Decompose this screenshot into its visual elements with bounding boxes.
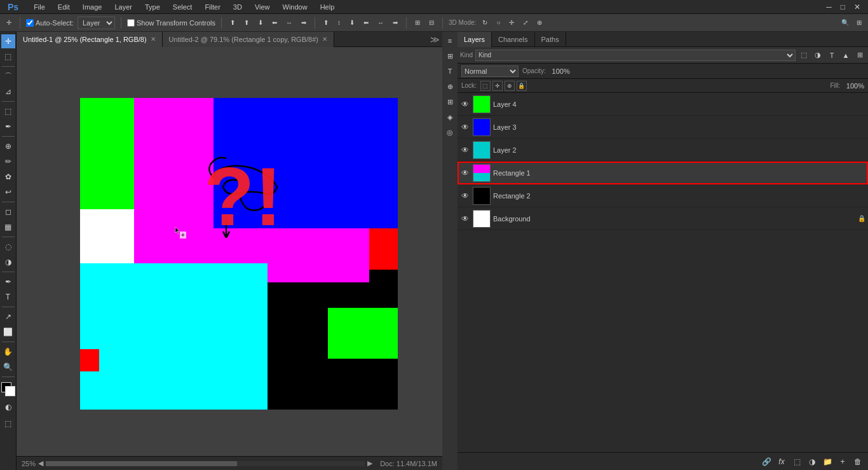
panel-icon-2[interactable]: ⊞: [444, 50, 456, 62]
layer-visibility-btn[interactable]: 👁: [460, 122, 470, 132]
menu-layer[interactable]: Layer: [112, 2, 135, 12]
opacity-value[interactable]: 100%: [550, 67, 570, 75]
panel-icon-6[interactable]: ◈: [444, 111, 456, 123]
clone-stamp[interactable]: ✿: [1, 170, 15, 184]
minimize-btn[interactable]: ─: [824, 1, 834, 13]
align-right-btn[interactable]: ➡: [299, 18, 309, 27]
lock-checkerboard[interactable]: ⬚: [480, 81, 491, 91]
fx-btn[interactable]: fx: [775, 455, 788, 468]
quick-mask-btn[interactable]: ◐: [1, 400, 15, 414]
hand-tool[interactable]: ✋: [1, 345, 15, 359]
move-options-btn[interactable]: ✛: [4, 18, 14, 27]
fg-bg-colors[interactable]: [1, 382, 15, 396]
tab-channels[interactable]: Channels: [492, 32, 534, 47]
move-tool[interactable]: ✛: [1, 34, 15, 48]
layers-list[interactable]: 👁Layer 4👁Layer 3👁Layer 2👁Rectangle 1👁Rec…: [458, 93, 868, 452]
layer-row[interactable]: 👁Rectangle 1: [458, 162, 868, 184]
delete-layer-btn[interactable]: 🗑: [851, 455, 864, 468]
scroll-right[interactable]: ▶: [365, 459, 375, 467]
align-bottom-btn[interactable]: ⬇: [255, 18, 266, 27]
auto-select-checkbox[interactable]: Auto-Select:: [26, 19, 74, 27]
quick-select-tool[interactable]: ⊿: [1, 85, 15, 99]
crop-tool[interactable]: ⬚: [1, 104, 15, 118]
text-tool[interactable]: T: [1, 290, 15, 304]
distribute-right-btn[interactable]: ➡: [390, 18, 400, 27]
layer-visibility-btn[interactable]: 👁: [460, 145, 470, 155]
align-horiz-center-btn[interactable]: ↔: [283, 18, 295, 27]
menu-image[interactable]: Image: [80, 2, 105, 12]
pen-tool[interactable]: ✒: [1, 275, 15, 289]
scroll-left[interactable]: ◀: [36, 459, 46, 467]
auto-select-type[interactable]: Layer Group: [78, 17, 115, 29]
tab-paths[interactable]: Paths: [535, 32, 566, 47]
distribute-top-btn[interactable]: ⬆: [321, 18, 331, 27]
menu-window[interactable]: Window: [280, 2, 310, 12]
adjustment-btn[interactable]: ◑: [806, 455, 818, 468]
history-brush[interactable]: ↩: [1, 185, 15, 199]
lock-all[interactable]: 🔒: [517, 81, 527, 91]
layer-row[interactable]: 👁Layer 4: [458, 93, 868, 116]
h-scrollbar-thumb[interactable]: [46, 461, 237, 466]
layer-visibility-btn[interactable]: 👁: [460, 191, 470, 201]
layer-row[interactable]: 👁Layer 3: [458, 116, 868, 139]
layer-visibility-btn[interactable]: 👁: [460, 168, 470, 178]
eraser-tool[interactable]: ◻: [1, 205, 15, 219]
maximize-btn[interactable]: □: [838, 1, 848, 13]
zoom-tool[interactable]: 🔍: [1, 360, 15, 374]
blur-tool[interactable]: ◌: [1, 240, 15, 254]
add-mask-btn[interactable]: ⬚: [790, 455, 803, 468]
new-layer-btn[interactable]: +: [836, 455, 849, 468]
layer-row[interactable]: 👁Rectangle 2: [458, 184, 868, 207]
dodge-tool[interactable]: ◑: [1, 255, 15, 269]
screen-mode-btn[interactable]: ⬚: [1, 417, 15, 431]
fill-value[interactable]: 100%: [844, 82, 864, 90]
show-transform-checkbox[interactable]: Show Transform Controls: [127, 19, 215, 27]
close-tab-2[interactable]: ✕: [322, 36, 327, 43]
layer-visibility-btn[interactable]: 👁: [460, 99, 470, 109]
shape-tool[interactable]: ⬜: [1, 325, 15, 339]
group-btn[interactable]: 📁: [821, 455, 834, 468]
auto-align-btn[interactable]: ⊞: [412, 18, 423, 27]
brush-tool[interactable]: ✏: [1, 155, 15, 169]
menu-filter[interactable]: Filter: [202, 2, 222, 12]
filter-shape-icon[interactable]: ▲: [840, 50, 851, 61]
3d-slide-btn[interactable]: ⤢: [520, 18, 531, 27]
auto-blend-btn[interactable]: ⊟: [426, 18, 437, 27]
panel-icon-7[interactable]: ◎: [444, 126, 456, 139]
gradient-tool[interactable]: ▦: [1, 220, 15, 234]
search-btn[interactable]: 🔍: [839, 18, 851, 27]
panel-icon-3[interactable]: T: [444, 65, 456, 78]
workspace-btn[interactable]: ⊞: [854, 18, 864, 27]
menu-help[interactable]: Help: [318, 2, 337, 12]
menu-view[interactable]: View: [252, 2, 273, 12]
eyedropper-tool[interactable]: ✒: [1, 120, 15, 134]
close-btn[interactable]: ✕: [851, 1, 863, 13]
lock-artboard[interactable]: ⊕: [505, 81, 515, 91]
panel-icon-5[interactable]: ⊞: [444, 95, 456, 108]
distribute-left-btn[interactable]: ⬅: [361, 18, 371, 27]
panel-collapse-btn[interactable]: ≫: [430, 34, 440, 45]
blend-mode-select[interactable]: Normal Multiply Screen Overlay: [461, 66, 519, 77]
path-selection[interactable]: ↗: [1, 310, 15, 324]
filter-text-icon[interactable]: T: [826, 50, 837, 61]
filter-select[interactable]: Kind Name Effect: [475, 50, 796, 61]
align-vert-center-btn[interactable]: ⬆: [241, 18, 252, 27]
background-color[interactable]: [5, 386, 15, 396]
layer-visibility-btn[interactable]: 👁: [460, 214, 470, 224]
filter-smart-icon[interactable]: ⊞: [854, 50, 865, 61]
h-scrollbar[interactable]: [46, 461, 365, 466]
layer-row[interactable]: 👁Layer 2: [458, 139, 868, 162]
distribute-bottom-btn[interactable]: ⬇: [347, 18, 357, 27]
menu-select[interactable]: Select: [170, 2, 195, 12]
distribute-vert-btn[interactable]: ↕: [335, 18, 343, 27]
3d-rotate-btn[interactable]: ↻: [480, 18, 490, 27]
tab-untitled2[interactable]: Untitled-2 @ 79.1% (Rectangle 1 copy, RG…: [163, 32, 334, 47]
align-top-btn[interactable]: ⬆: [227, 18, 238, 27]
layer-row[interactable]: 👁Background🔒: [458, 207, 868, 230]
panel-icon-1[interactable]: ≡: [444, 34, 456, 47]
menu-edit[interactable]: Edit: [55, 2, 72, 12]
canvas-content[interactable]: + ?!: [17, 47, 442, 456]
distribute-horiz-btn[interactable]: ↔: [375, 18, 386, 27]
close-tab-1[interactable]: ✕: [151, 36, 156, 43]
menu-3d[interactable]: 3D: [231, 2, 245, 12]
